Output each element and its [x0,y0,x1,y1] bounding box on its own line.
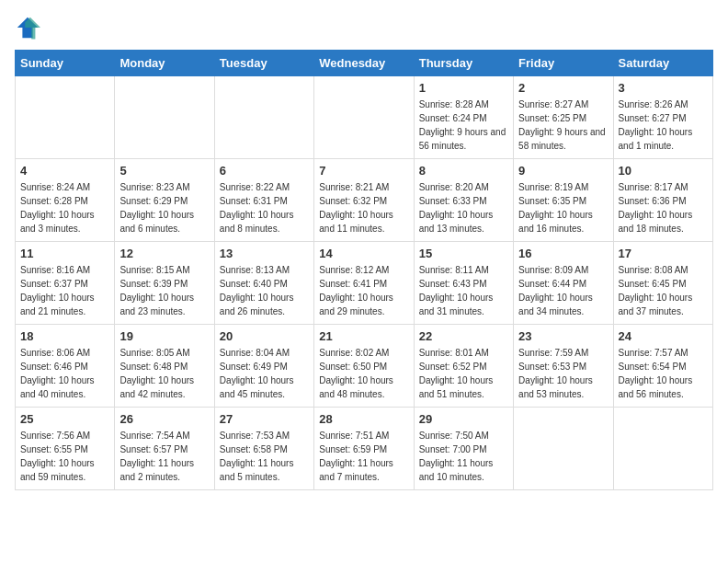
day-number: 13 [220,247,309,260]
day-number: 11 [20,247,109,260]
calendar-cell: 19Sunrise: 8:05 AM Sunset: 6:48 PM Dayli… [115,325,214,408]
day-number: 22 [419,329,508,343]
day-number: 18 [20,329,109,343]
day-info: Sunrise: 8:21 AM Sunset: 6:32 PM Dayligh… [319,180,408,236]
day-info: Sunrise: 8:08 AM Sunset: 6:45 PM Dayligh… [619,263,708,318]
day-info: Sunrise: 8:15 AM Sunset: 6:39 PM Dayligh… [119,263,209,318]
day-info: Sunrise: 7:57 AM Sunset: 6:54 PM Dayligh… [619,346,708,401]
day-number: 20 [220,329,309,343]
weekday-header-saturday: Saturday [613,51,712,76]
day-number: 26 [119,412,209,426]
calendar-week-3: 11Sunrise: 8:16 AM Sunset: 6:37 PM Dayli… [16,242,713,325]
day-info: Sunrise: 8:24 AM Sunset: 6:28 PM Dayligh… [20,180,109,236]
day-number: 5 [119,164,209,178]
day-number: 23 [518,329,608,343]
calendar-cell [16,76,115,159]
weekday-header-row: SundayMondayTuesdayWednesdayThursdayFrid… [16,51,713,76]
calendar-cell: 29Sunrise: 7:50 AM Sunset: 7:00 PM Dayli… [414,408,513,490]
calendar-table: SundayMondayTuesdayWednesdayThursdayFrid… [15,50,713,490]
calendar-week-2: 4Sunrise: 8:24 AM Sunset: 6:28 PM Daylig… [16,159,713,242]
day-info: Sunrise: 7:51 AM Sunset: 6:59 PM Dayligh… [319,429,408,484]
day-info: Sunrise: 8:26 AM Sunset: 6:27 PM Dayligh… [619,98,708,153]
calendar-cell: 22Sunrise: 8:01 AM Sunset: 6:52 PM Dayli… [414,325,513,408]
day-info: Sunrise: 8:02 AM Sunset: 6:50 PM Dayligh… [319,346,408,401]
day-info: Sunrise: 8:23 AM Sunset: 6:29 PM Dayligh… [119,180,209,236]
day-number: 25 [20,412,109,426]
calendar-cell: 20Sunrise: 8:04 AM Sunset: 6:49 PM Dayli… [214,325,313,408]
day-number: 8 [419,164,508,178]
calendar-cell [613,408,712,490]
calendar-cell: 4Sunrise: 8:24 AM Sunset: 6:28 PM Daylig… [16,159,115,242]
day-number: 24 [619,329,708,343]
calendar-cell: 13Sunrise: 8:13 AM Sunset: 6:40 PM Dayli… [214,242,313,325]
calendar-cell: 3Sunrise: 8:26 AM Sunset: 6:27 PM Daylig… [613,76,712,159]
calendar-cell: 16Sunrise: 8:09 AM Sunset: 6:44 PM Dayli… [514,242,613,325]
day-info: Sunrise: 7:53 AM Sunset: 6:58 PM Dayligh… [220,429,309,484]
day-number: 4 [20,164,109,178]
calendar-cell: 23Sunrise: 7:59 AM Sunset: 6:53 PM Dayli… [514,325,613,408]
day-number: 15 [419,247,508,260]
calendar-cell: 26Sunrise: 7:54 AM Sunset: 6:57 PM Dayli… [115,408,214,490]
calendar-cell: 10Sunrise: 8:17 AM Sunset: 6:36 PM Dayli… [613,159,712,242]
weekday-header-friday: Friday [514,51,613,76]
day-number: 12 [119,247,209,260]
weekday-header-wednesday: Wednesday [314,51,414,76]
day-info: Sunrise: 8:22 AM Sunset: 6:31 PM Dayligh… [220,180,309,236]
weekday-header-thursday: Thursday [414,51,513,76]
day-number: 9 [518,164,608,178]
day-info: Sunrise: 7:59 AM Sunset: 6:53 PM Dayligh… [518,346,608,401]
day-info: Sunrise: 7:56 AM Sunset: 6:55 PM Dayligh… [20,429,109,484]
calendar-cell [314,76,414,159]
calendar-cell [514,408,613,490]
page-header [15,15,713,40]
day-number: 3 [619,81,708,95]
day-info: Sunrise: 8:04 AM Sunset: 6:49 PM Dayligh… [220,346,309,401]
calendar-cell [214,76,313,159]
calendar-cell: 8Sunrise: 8:20 AM Sunset: 6:33 PM Daylig… [414,159,513,242]
weekday-header-monday: Monday [115,51,214,76]
day-info: Sunrise: 8:01 AM Sunset: 6:52 PM Dayligh… [419,346,508,401]
day-info: Sunrise: 7:54 AM Sunset: 6:57 PM Dayligh… [119,429,209,484]
day-info: Sunrise: 8:20 AM Sunset: 6:33 PM Dayligh… [419,180,508,236]
calendar-cell: 17Sunrise: 8:08 AM Sunset: 6:45 PM Dayli… [613,242,712,325]
day-info: Sunrise: 8:13 AM Sunset: 6:40 PM Dayligh… [220,263,309,318]
calendar-cell: 15Sunrise: 8:11 AM Sunset: 6:43 PM Dayli… [414,242,513,325]
day-info: Sunrise: 8:06 AM Sunset: 6:46 PM Dayligh… [20,346,109,401]
calendar-cell: 28Sunrise: 7:51 AM Sunset: 6:59 PM Dayli… [314,408,414,490]
day-info: Sunrise: 8:09 AM Sunset: 6:44 PM Dayligh… [518,263,608,318]
day-info: Sunrise: 8:11 AM Sunset: 6:43 PM Dayligh… [419,263,508,318]
day-info: Sunrise: 8:19 AM Sunset: 6:35 PM Dayligh… [518,180,608,236]
day-number: 6 [220,164,309,178]
calendar-cell: 2Sunrise: 8:27 AM Sunset: 6:25 PM Daylig… [514,76,613,159]
calendar-cell: 18Sunrise: 8:06 AM Sunset: 6:46 PM Dayli… [16,325,115,408]
calendar-cell: 7Sunrise: 8:21 AM Sunset: 6:32 PM Daylig… [314,159,414,242]
day-number: 14 [319,247,408,260]
day-number: 27 [220,412,309,426]
day-info: Sunrise: 8:27 AM Sunset: 6:25 PM Dayligh… [518,98,608,153]
calendar-cell: 6Sunrise: 8:22 AM Sunset: 6:31 PM Daylig… [214,159,313,242]
calendar-cell: 5Sunrise: 8:23 AM Sunset: 6:29 PM Daylig… [115,159,214,242]
weekday-header-sunday: Sunday [16,51,115,76]
day-number: 7 [319,164,408,178]
day-number: 1 [419,81,508,95]
calendar-cell: 21Sunrise: 8:02 AM Sunset: 6:50 PM Dayli… [314,325,414,408]
day-info: Sunrise: 8:05 AM Sunset: 6:48 PM Dayligh… [119,346,209,401]
calendar-cell: 25Sunrise: 7:56 AM Sunset: 6:55 PM Dayli… [16,408,115,490]
day-number: 16 [518,247,608,260]
day-info: Sunrise: 8:16 AM Sunset: 6:37 PM Dayligh… [20,263,109,318]
calendar-cell: 11Sunrise: 8:16 AM Sunset: 6:37 PM Dayli… [16,242,115,325]
calendar-cell: 14Sunrise: 8:12 AM Sunset: 6:41 PM Dayli… [314,242,414,325]
day-number: 17 [619,247,708,260]
day-number: 10 [619,164,708,178]
calendar-cell: 9Sunrise: 8:19 AM Sunset: 6:35 PM Daylig… [514,159,613,242]
calendar-cell: 24Sunrise: 7:57 AM Sunset: 6:54 PM Dayli… [613,325,712,408]
calendar-week-1: 1Sunrise: 8:28 AM Sunset: 6:24 PM Daylig… [16,76,713,159]
calendar-week-5: 25Sunrise: 7:56 AM Sunset: 6:55 PM Dayli… [16,408,713,490]
calendar-cell: 1Sunrise: 8:28 AM Sunset: 6:24 PM Daylig… [414,76,513,159]
day-info: Sunrise: 7:50 AM Sunset: 7:00 PM Dayligh… [419,429,508,484]
day-number: 28 [319,412,408,426]
calendar-cell: 27Sunrise: 7:53 AM Sunset: 6:58 PM Dayli… [214,408,313,490]
day-number: 21 [319,329,408,343]
logo [15,15,44,40]
day-number: 19 [119,329,209,343]
